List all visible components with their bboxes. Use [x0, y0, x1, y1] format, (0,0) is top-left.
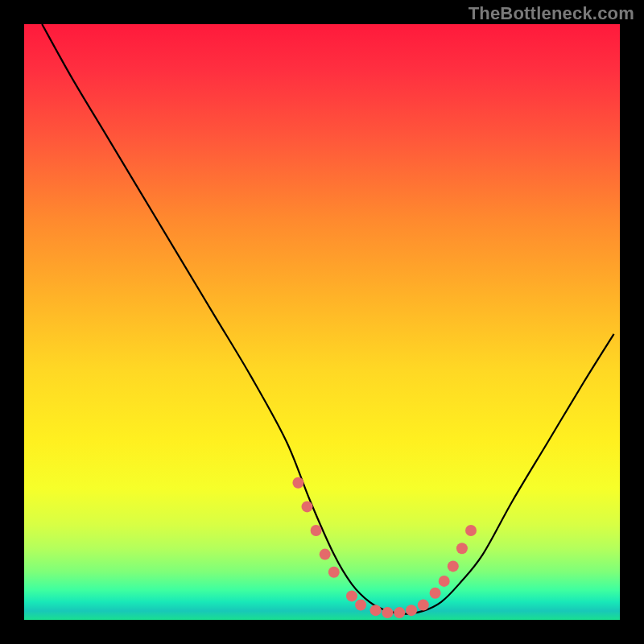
chart-frame: TheBottleneck.com — [0, 0, 644, 644]
marker-dot — [430, 588, 441, 599]
marker-dot — [456, 543, 468, 554]
marker-dot — [394, 607, 405, 618]
marker-dot — [292, 477, 303, 489]
marker-dot — [328, 567, 340, 578]
marker-dot — [302, 501, 313, 512]
marker-dot — [311, 525, 322, 536]
marker-dot — [370, 605, 382, 616]
bottleneck-curve — [42, 24, 613, 614]
marker-dot — [355, 600, 366, 611]
chart-svg — [24, 24, 620, 620]
marker-dot — [418, 600, 429, 611]
marker-group — [292, 477, 477, 618]
marker-dot — [346, 590, 357, 601]
marker-dot — [406, 605, 417, 616]
marker-dot — [320, 549, 331, 560]
marker-dot — [448, 560, 459, 572]
marker-dot — [382, 607, 393, 618]
marker-dot — [465, 525, 477, 536]
marker-dot — [439, 576, 450, 587]
watermark-text: TheBottleneck.com — [469, 3, 634, 24]
